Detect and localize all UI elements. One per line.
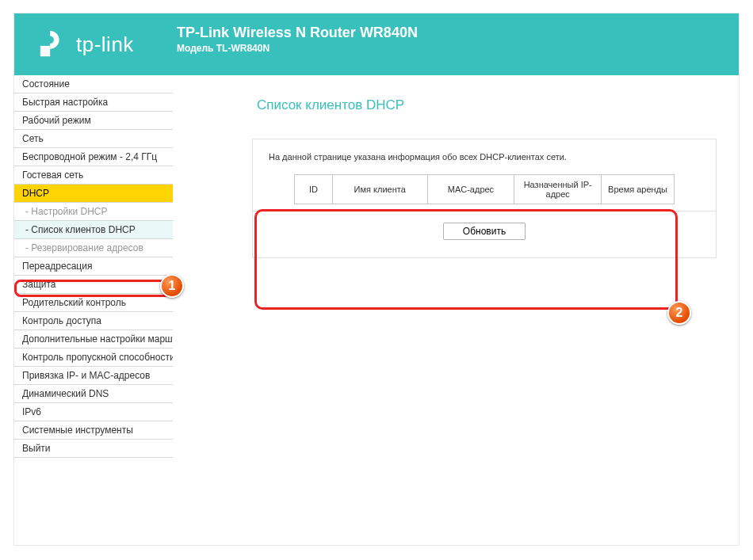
sidebar-item-12[interactable]: Родительский контроль bbox=[14, 294, 173, 312]
sidebar-item-20[interactable]: Выйти bbox=[14, 440, 173, 458]
sidebar-item-10[interactable]: Переадресация bbox=[14, 257, 173, 276]
sidebar-item-17[interactable]: Динамический DNS bbox=[14, 385, 173, 403]
sidebar-item-13[interactable]: Контроль доступа bbox=[14, 312, 173, 330]
sidebar: СостояниеБыстрая настройкаРабочий режимС… bbox=[14, 75, 173, 545]
sidebar-item-2[interactable]: Рабочий режим bbox=[14, 112, 173, 130]
main-content: Список клиентов DHCP На данной странице … bbox=[173, 75, 739, 545]
sidebar-item-1[interactable]: Быстрая настройка bbox=[14, 93, 173, 112]
refresh-button[interactable]: Обновить bbox=[443, 223, 526, 240]
product-title: TP-Link Wireless N Router WR840N bbox=[177, 25, 418, 41]
page-title: Список клиентов DHCP bbox=[257, 97, 717, 113]
sidebar-item-18[interactable]: IPv6 bbox=[14, 403, 173, 421]
col-lease-time: Время аренды bbox=[602, 175, 675, 204]
dhcp-clients-panel: На данной странице указана информация об… bbox=[252, 139, 717, 258]
header: tp-link TP-Link Wireless N Router WR840N… bbox=[14, 13, 739, 75]
sidebar-item-15[interactable]: Контроль пропускной способности bbox=[14, 349, 173, 367]
svg-rect-0 bbox=[40, 46, 50, 56]
sidebar-item-6[interactable]: DHCP bbox=[14, 185, 173, 203]
annotation-badge-2: 2 bbox=[667, 301, 691, 325]
col-client-name: Имя клиента bbox=[332, 175, 427, 204]
sidebar-item-8[interactable]: - Список клиентов DHCP bbox=[14, 221, 173, 239]
annotation-badge-1: 1 bbox=[160, 274, 184, 298]
sidebar-item-5[interactable]: Гостевая сеть bbox=[14, 166, 173, 185]
sidebar-item-4[interactable]: Беспроводной режим - 2,4 ГГц bbox=[14, 148, 173, 166]
sidebar-item-9[interactable]: - Резервирование адресов bbox=[14, 239, 173, 257]
logo-text: tp-link bbox=[76, 32, 134, 57]
sidebar-item-7[interactable]: - Настройки DHCP bbox=[14, 203, 173, 221]
sidebar-item-3[interactable]: Сеть bbox=[14, 130, 173, 148]
panel-note: На данной странице указана информация об… bbox=[269, 152, 705, 162]
sidebar-item-14[interactable]: Дополнительные настройки маршрутизации bbox=[14, 330, 173, 349]
dhcp-clients-table: ID Имя клиента MAC-адрес Назначенный IP-… bbox=[294, 174, 675, 204]
col-id: ID bbox=[295, 175, 333, 204]
divider bbox=[253, 211, 716, 211]
tplink-logo-icon bbox=[38, 29, 68, 59]
sidebar-item-11[interactable]: Защита bbox=[14, 276, 173, 294]
table-header-row: ID Имя клиента MAC-адрес Назначенный IP-… bbox=[295, 175, 675, 204]
product-subtitle: Модель TL-WR840N bbox=[177, 43, 418, 54]
col-assigned-ip: Назначенный IP-адрес bbox=[514, 175, 602, 204]
header-titles: TP-Link Wireless N Router WR840N Модель … bbox=[177, 25, 418, 54]
sidebar-item-19[interactable]: Системные инструменты bbox=[14, 421, 173, 440]
logo: tp-link bbox=[38, 29, 134, 59]
sidebar-item-0[interactable]: Состояние bbox=[14, 75, 173, 93]
col-mac-address: MAC-адрес bbox=[427, 175, 514, 204]
sidebar-item-16[interactable]: Привязка IP- и MAC-адресов bbox=[14, 367, 173, 385]
